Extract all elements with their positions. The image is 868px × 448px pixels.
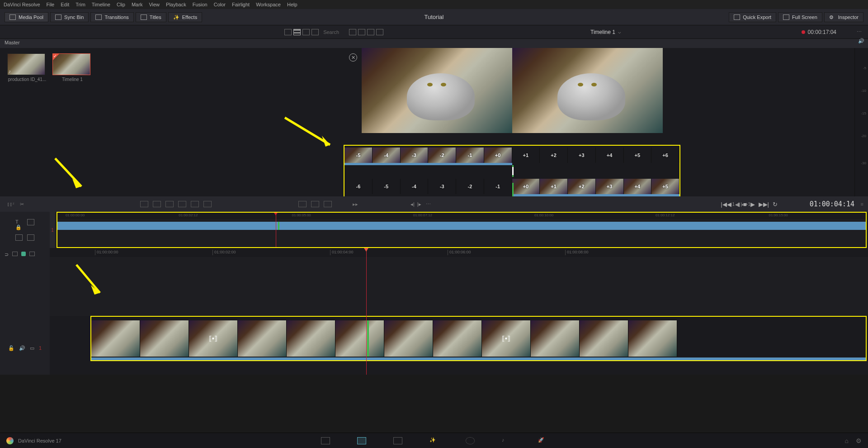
play-icon[interactable]: ▶ <box>750 201 755 208</box>
prev-edit-icon[interactable]: ◂| <box>410 201 415 207</box>
close-up-icon[interactable] <box>178 201 186 207</box>
effects-tab[interactable]: ✨Effects <box>168 12 202 22</box>
metadata-view-icon[interactable] <box>284 29 292 35</box>
menu-item[interactable]: Playback <box>166 2 186 7</box>
timeline-name[interactable]: Timeline 1 <box>590 29 615 35</box>
viewer-mode-icon[interactable] <box>358 29 365 35</box>
viewer-mode-icon[interactable] <box>349 29 356 35</box>
clip-frame[interactable] <box>580 320 628 357</box>
quick-export-button[interactable]: Quick Export <box>729 12 776 22</box>
inspector-button[interactable]: ⚙Inspector <box>824 12 863 22</box>
volume-icon[interactable]: 🔊 <box>858 38 864 44</box>
outgoing-frames-row[interactable]: -5 -4 -3 -2 -1 +0 +1 +2 +3 +4 +5 +6 <box>344 148 679 163</box>
clip-frame[interactable] <box>628 320 677 357</box>
transitions-tab[interactable]: Transitions <box>90 12 133 22</box>
media-page-icon[interactable] <box>321 437 330 444</box>
menu-item[interactable]: Clip <box>117 2 125 7</box>
menu-item[interactable]: Fusion <box>193 2 208 7</box>
titles-tab[interactable]: Titles <box>136 12 166 22</box>
edit-page-icon[interactable] <box>393 437 402 444</box>
timeline-ruler[interactable]: 01:00:00:00 01:00:02:00 01:00:04:00 01:0… <box>50 248 868 257</box>
boring-detector-icon[interactable]: ⫿⫿ᶻ <box>7 201 14 207</box>
menu-item[interactable]: View <box>149 2 160 7</box>
menu-item[interactable]: Color <box>214 2 226 7</box>
viewer-mode-icon[interactable] <box>367 29 374 35</box>
trim-next-icon[interactable]: |▸ <box>741 202 745 207</box>
video-toggle-icon[interactable]: ▭ <box>30 345 34 351</box>
menu-item[interactable]: DaVinci Resolve <box>4 2 40 7</box>
mute-icon[interactable]: 🔊 <box>19 345 25 351</box>
menu-item[interactable]: Timeline <box>92 2 110 7</box>
chevron-down-icon[interactable]: ⌵ <box>618 29 621 35</box>
fairlight-page-icon[interactable]: ♪ <box>502 437 511 444</box>
sync-bin-tab[interactable]: Sync Bin <box>50 12 89 22</box>
thumbnail-view-icon[interactable] <box>293 29 301 35</box>
clip-thumbnail[interactable]: ♪ production ID_41... <box>7 53 47 82</box>
clip-frame[interactable] <box>335 320 384 357</box>
trim-prev-icon[interactable]: ◂| <box>736 202 741 207</box>
next-edit-icon[interactable]: |▸ <box>417 201 421 207</box>
overview-ruler[interactable]: 01:00:00:00 01:00:02:12 01:00:05:00 01:0… <box>57 213 866 219</box>
flag-icon[interactable] <box>29 252 35 256</box>
source-overwrite-icon[interactable] <box>203 201 212 207</box>
fusion-page-icon[interactable]: ✨ <box>429 437 439 444</box>
fast-review-icon[interactable]: ▸▸ <box>353 201 358 207</box>
clip-frame[interactable] <box>433 320 482 357</box>
full-screen-button[interactable]: Full Screen <box>778 12 822 22</box>
ripple-overwrite-icon[interactable] <box>165 201 174 207</box>
timeline-thumbnail[interactable]: Timeline 1 <box>52 53 92 82</box>
strip-view-icon[interactable] <box>302 29 310 35</box>
project-settings-icon[interactable]: ⚙ <box>856 437 862 444</box>
jump-end-icon[interactable]: ▶▶| <box>759 201 769 208</box>
color-page-icon[interactable] <box>466 437 475 444</box>
clip-frame[interactable]: ⟦•⟧ <box>482 320 531 357</box>
overview-playhead[interactable] <box>276 213 276 247</box>
edit-point[interactable] <box>367 320 369 357</box>
cut-page-icon[interactable] <box>357 437 366 444</box>
bin-breadcrumb[interactable]: Master <box>0 39 868 48</box>
menu-item[interactable]: Mark <box>132 2 142 7</box>
clip-frame[interactable] <box>287 320 335 357</box>
clip-frame[interactable] <box>531 320 580 357</box>
video-track-highlight[interactable]: ⟦•⟧ ⟦•⟧ <box>90 316 867 361</box>
timeline-options-icon[interactable]: ≡ <box>861 201 863 207</box>
timecode-icon[interactable] <box>27 219 34 225</box>
sync-icon[interactable] <box>27 234 34 241</box>
menu-item[interactable]: Edit <box>61 2 69 7</box>
split-clip-icon[interactable]: ✂ <box>20 201 24 207</box>
trim-back-button[interactable]: -1 <box>731 202 735 207</box>
clip-frame[interactable] <box>140 320 189 357</box>
marker-tool-icon[interactable] <box>12 252 18 256</box>
close-icon[interactable]: ✕ <box>349 53 357 62</box>
menu-item[interactable]: Trim <box>75 2 85 7</box>
place-on-top-icon[interactable] <box>191 201 199 207</box>
tool-icon[interactable] <box>324 201 332 207</box>
list-view-icon[interactable] <box>311 29 319 35</box>
trim-fwd-button[interactable]: +1 <box>745 202 750 207</box>
tool-icon[interactable] <box>311 201 319 207</box>
clip-frame[interactable] <box>91 320 140 357</box>
lock-icon[interactable]: 🔓 <box>8 345 14 351</box>
lock-auto-icon[interactable]: T🔒 <box>15 219 23 225</box>
media-pool-tab[interactable]: Media Pool <box>5 12 48 22</box>
clip-frame[interactable] <box>384 320 433 357</box>
marker-color-icon[interactable] <box>21 252 26 256</box>
menu-item[interactable]: Fairlight <box>232 2 250 7</box>
deliver-page-icon[interactable]: 🚀 <box>538 437 547 444</box>
snap-icon[interactable]: ⊃ <box>5 252 9 257</box>
clip-frame[interactable] <box>238 320 287 357</box>
tool-icon[interactable] <box>298 201 307 207</box>
menu-item[interactable]: Workspace <box>256 2 281 7</box>
video-track-header[interactable]: 🔓 🔊 ▭ 1 <box>0 341 50 355</box>
menu-item[interactable]: File <box>47 2 55 7</box>
options-icon[interactable]: ⋯ <box>857 29 863 35</box>
append-icon[interactable] <box>153 201 161 207</box>
viewer-mode-icon[interactable] <box>376 29 383 35</box>
search-input[interactable]: Search <box>323 29 339 35</box>
edit-point[interactable] <box>512 167 514 175</box>
home-icon[interactable]: ⌂ <box>845 437 849 444</box>
jump-start-icon[interactable]: |◀◀ <box>721 201 731 208</box>
timeline-playhead[interactable] <box>366 248 367 375</box>
smart-insert-icon[interactable] <box>140 201 148 207</box>
clip-frame[interactable]: ⟦•⟧ <box>189 320 238 357</box>
